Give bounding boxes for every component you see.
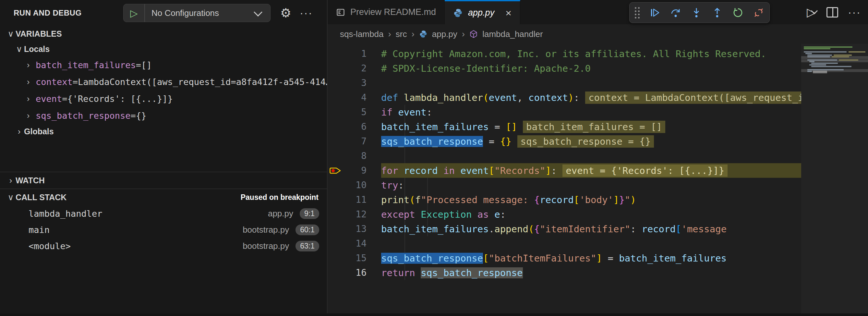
- token: :: [500, 209, 506, 220]
- code-text[interactable]: return sqs_batch_response: [381, 265, 801, 280]
- token: def: [381, 92, 398, 103]
- globals-group[interactable]: › Globals: [0, 124, 327, 139]
- variable-row[interactable]: ›sqs_batch_response = {}: [0, 107, 327, 124]
- code-text[interactable]: batch_item_failures = []batch_item_failu…: [381, 119, 801, 134]
- variable-row[interactable]: ›context = LambdaContext([aws_request_id…: [0, 73, 327, 90]
- token: print: [381, 194, 409, 206]
- code-line-12[interactable]: 12 except Exception as e:: [328, 207, 801, 222]
- step-into-button[interactable]: [690, 6, 703, 19]
- breadcrumb-folder[interactable]: src: [396, 29, 407, 39]
- code-line-5[interactable]: 5 if event:: [328, 105, 801, 119]
- code-line-8[interactable]: 8: [328, 149, 801, 163]
- start-debug-icon[interactable]: ▷: [124, 4, 145, 22]
- code-line-4[interactable]: 4def lambda_handler(event, context):cont…: [328, 90, 801, 105]
- more-actions-icon[interactable]: ···: [300, 11, 313, 15]
- variable-row[interactable]: ›batch_item_failures = []: [0, 57, 327, 73]
- code-text[interactable]: batch_item_failures.append({"itemIdentif…: [381, 222, 801, 236]
- callstack-header[interactable]: ∨ CALL STACK Paused on breakpoint: [0, 189, 327, 206]
- stack-frame[interactable]: lambda_handlerapp.py9:1: [0, 206, 327, 222]
- code-text[interactable]: [381, 236, 801, 251]
- line-number[interactable]: 9: [344, 165, 367, 176]
- code-line-11[interactable]: 11 print(f"Processed message: {record['b…: [328, 192, 801, 207]
- line-number[interactable]: 4: [344, 92, 367, 103]
- code-line-6[interactable]: 6 batch_item_failures = []batch_item_fai…: [328, 119, 801, 134]
- tab-app-py[interactable]: app.py ×: [445, 0, 520, 24]
- variable-row[interactable]: ›event = {'Records': [{...}]}: [0, 90, 327, 107]
- chevron-collapsed-icon: ›: [6, 176, 16, 186]
- breadcrumb-symbol[interactable]: lambda_handler: [482, 29, 542, 39]
- close-icon[interactable]: ×: [505, 8, 512, 18]
- breadcrumb-file[interactable]: app.py: [432, 29, 457, 39]
- step-out-button[interactable]: [711, 6, 723, 19]
- run-python-file-button[interactable]: ▷: [807, 5, 817, 19]
- editor-more-actions-icon[interactable]: ···: [848, 10, 861, 14]
- line-number[interactable]: 13: [344, 224, 367, 234]
- line-number[interactable]: 8: [344, 151, 367, 161]
- code-text[interactable]: sqs_batch_response["batchItemFailures"] …: [381, 251, 801, 265]
- line-number[interactable]: 6: [344, 121, 367, 132]
- line-number[interactable]: 14: [344, 238, 367, 249]
- code-text[interactable]: def lambda_handler(event, context):conte…: [381, 90, 801, 105]
- minimap-line: [811, 63, 838, 64]
- chevron-collapsed-icon[interactable]: ›: [23, 60, 33, 70]
- line-number[interactable]: 12: [344, 209, 367, 220]
- code-line-2[interactable]: 2# SPDX-License-Identifier: Apache-2.0: [328, 61, 801, 75]
- locals-group[interactable]: ∨ Locals: [0, 41, 327, 57]
- current-breakpoint-marker[interactable]: [328, 166, 344, 176]
- tab-preview-readme[interactable]: Preview README.md: [328, 0, 445, 24]
- line-number[interactable]: 2: [344, 63, 367, 74]
- run-and-debug-panel: RUN AND DEBUG ▷ No Configurations ⚙ ··· …: [0, 0, 327, 316]
- split-editor-icon[interactable]: [827, 7, 838, 18]
- code-text[interactable]: print(f"Processed message: {record['body…: [381, 192, 801, 207]
- line-number[interactable]: 16: [344, 267, 367, 278]
- chevron-collapsed-icon[interactable]: ›: [23, 110, 33, 121]
- code-text[interactable]: [381, 75, 801, 90]
- code-text[interactable]: # Copyright Amazon.com, Inc. or its affi…: [381, 46, 801, 61]
- token: ]: [613, 194, 619, 206]
- code-text[interactable]: [381, 149, 801, 163]
- minimap-line: [809, 64, 826, 66]
- watch-title: WATCH: [16, 176, 45, 185]
- stack-frame[interactable]: <module>bootstrap.py63:1: [0, 238, 327, 254]
- breadcrumb-folder[interactable]: sqs-lambda: [340, 29, 383, 39]
- line-number[interactable]: 7: [344, 136, 367, 147]
- line-number[interactable]: 10: [344, 180, 367, 190]
- line-number[interactable]: 3: [344, 77, 367, 88]
- variables-header[interactable]: ∨ VARIABLES: [0, 26, 327, 41]
- step-over-button[interactable]: [670, 6, 682, 19]
- code-text[interactable]: sqs_batch_response = {}sqs_batch_respons…: [381, 134, 801, 149]
- code-line-13[interactable]: 13 batch_item_failures.append({"itemIden…: [328, 222, 801, 236]
- code-line-1[interactable]: 1# Copyright Amazon.com, Inc. or its aff…: [328, 46, 801, 61]
- launch-config-dropdown[interactable]: ▷ No Configurations: [123, 4, 271, 22]
- chevron-collapsed-icon[interactable]: ›: [23, 77, 33, 87]
- code-text[interactable]: except Exception as e:: [381, 207, 801, 222]
- line-number[interactable]: 15: [344, 253, 367, 263]
- disconnect-button[interactable]: [752, 6, 765, 19]
- drag-handle-icon[interactable]: [635, 7, 640, 19]
- code-line-9[interactable]: 9 for record in event["Records"]:event =…: [328, 163, 801, 178]
- line-number[interactable]: 1: [344, 48, 367, 59]
- code-text[interactable]: try:: [381, 178, 801, 192]
- code-text[interactable]: # SPDX-License-Identifier: Apache-2.0: [381, 61, 801, 75]
- token: :: [427, 107, 432, 118]
- code-line-14[interactable]: 14: [328, 236, 801, 251]
- line-number[interactable]: 11: [344, 194, 367, 205]
- code-line-16[interactable]: 16 return sqs_batch_response: [328, 265, 801, 280]
- restart-button[interactable]: [732, 6, 744, 19]
- equals: =: [136, 60, 141, 70]
- code-area[interactable]: 1# Copyright Amazon.com, Inc. or its aff…: [328, 44, 801, 316]
- code-line-10[interactable]: 10 try:: [328, 178, 801, 192]
- code-line-3[interactable]: 3: [328, 75, 801, 90]
- watch-header[interactable]: › WATCH: [0, 172, 327, 189]
- stack-frame[interactable]: mainbootstrap.py60:1: [0, 222, 327, 238]
- minimap[interactable]: [801, 44, 868, 316]
- code-line-7[interactable]: 7 sqs_batch_response = {}sqs_batch_respo…: [328, 134, 801, 149]
- code-text[interactable]: for record in event["Records"]:event = {…: [381, 163, 801, 178]
- line-number[interactable]: 5: [344, 107, 367, 118]
- code-text[interactable]: if event:: [381, 105, 801, 119]
- code-line-15[interactable]: 15 sqs_batch_response["batchItemFailures…: [328, 251, 801, 265]
- chevron-collapsed-icon[interactable]: ›: [23, 94, 33, 104]
- gear-icon[interactable]: ⚙: [280, 7, 291, 19]
- token: try: [381, 180, 398, 191]
- continue-button[interactable]: [649, 6, 661, 19]
